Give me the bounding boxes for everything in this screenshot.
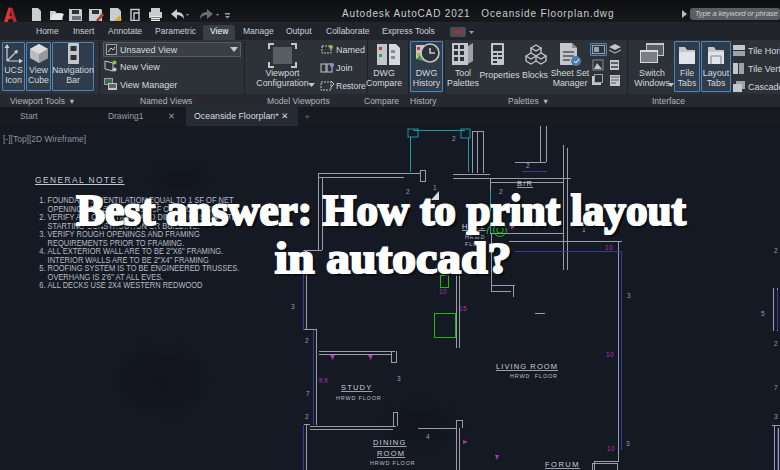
svg-text:7: 7 — [306, 390, 310, 397]
svg-text:15: 15 — [459, 305, 467, 312]
svg-text:3: 3 — [774, 413, 778, 420]
svg-text:FORUM: FORUM — [545, 460, 580, 469]
svg-text:3: 3 — [627, 292, 631, 299]
svg-text:4: 4 — [426, 433, 430, 440]
svg-text:ROOM: ROOM — [377, 449, 405, 458]
svg-text:2: 2 — [452, 135, 456, 142]
svg-text:2: 2 — [774, 340, 778, 347]
svg-text:2: 2 — [526, 162, 530, 169]
svg-text:DINING: DINING — [373, 438, 406, 447]
svg-text:7: 7 — [774, 384, 778, 391]
svg-text:3: 3 — [397, 375, 401, 382]
svg-text:LIVING ROOM: LIVING ROOM — [496, 362, 558, 371]
svg-text:HRWD FLOOR: HRWD FLOOR — [336, 395, 381, 401]
svg-text:STUDY: STUDY — [341, 383, 372, 392]
svg-text:10: 10 — [606, 351, 614, 358]
svg-text:10: 10 — [439, 288, 447, 295]
svg-text:2: 2 — [305, 337, 309, 344]
svg-text:2: 2 — [305, 413, 309, 420]
svg-text:10: 10 — [607, 445, 615, 452]
svg-text:HRWD FLOOR: HRWD FLOOR — [510, 373, 558, 379]
svg-text:KX: KX — [319, 377, 329, 384]
svg-text:3: 3 — [626, 440, 630, 447]
svg-text:5: 5 — [761, 310, 765, 317]
svg-text:3: 3 — [291, 303, 295, 310]
svg-text:HRWD FLOOR: HRWD FLOOR — [370, 460, 415, 466]
